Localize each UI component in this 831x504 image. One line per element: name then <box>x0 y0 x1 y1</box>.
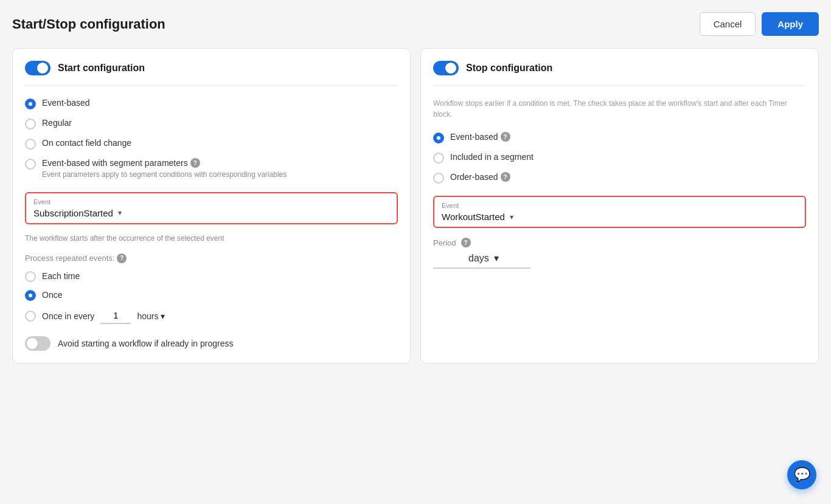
radio-event-segment-label: Event-based with segment parameters <box>42 158 188 168</box>
period-unit-chevron: ▾ <box>494 252 499 264</box>
stop-radio-segment-label: Included in a segment <box>450 152 534 162</box>
stop-event-label: Event <box>442 202 798 209</box>
stop-panel: Stop configuration Workflow stops earlie… <box>420 48 819 364</box>
avoid-toggle[interactable] <box>25 336 50 351</box>
page-header: Start/Stop configuration Cancel Apply <box>12 12 819 36</box>
avoid-toggle-thumb <box>27 338 38 349</box>
repeat-once[interactable]: Once <box>25 289 398 301</box>
radio-on-contact-circle <box>25 139 36 150</box>
stop-order-based-help-icon[interactable]: ? <box>501 172 510 182</box>
start-event-label: Event <box>33 198 389 205</box>
stop-radio-order-circle <box>433 173 444 184</box>
repeat-once-in-every: Once in every hours ▾ <box>25 308 398 324</box>
stop-radio-event-label: Event-based <box>450 132 498 142</box>
page-title: Start/Stop configuration <box>12 16 165 32</box>
stop-event-chevron: ▾ <box>510 213 513 221</box>
start-panel-header: Start configuration <box>25 61 398 86</box>
start-workflow-info: The workflow starts after the occurrence… <box>25 233 398 244</box>
stop-radio-included-segment[interactable]: Included in a segment <box>433 152 806 164</box>
period-unit-text: days <box>468 253 489 264</box>
stop-info-text: Workflow stops earlier if a condition is… <box>433 98 806 120</box>
stop-radio-segment-circle <box>433 153 444 164</box>
once-in-every-chevron: ▾ <box>161 311 165 321</box>
radio-event-based[interactable]: Event-based <box>25 98 398 109</box>
start-toggle-track <box>25 61 50 75</box>
radio-event-based-circle <box>25 98 36 109</box>
process-repeated-label: Process repeated events: ? <box>25 254 398 263</box>
stop-event-value-text: WorkoutStarted <box>442 212 505 222</box>
panels: Start configuration Event-based Regular … <box>12 48 819 364</box>
radio-event-segment[interactable]: Event-based with segment parameters ? Ev… <box>25 158 398 180</box>
period-section: Period ? days ▾ <box>433 238 806 269</box>
radio-regular-label: Regular <box>42 118 72 128</box>
start-event-chevron: ▾ <box>118 209 122 217</box>
repeat-once-in-every-label: Once in every <box>42 311 94 321</box>
header-buttons: Cancel Apply <box>700 12 819 36</box>
start-event-field[interactable]: Event SubscriptionStarted ▾ <box>25 192 398 224</box>
repeat-each-time[interactable]: Each time <box>25 271 398 282</box>
avoid-toggle-track <box>25 336 50 351</box>
start-toggle-thumb <box>37 63 48 74</box>
stop-event-based-help-icon[interactable]: ? <box>501 132 510 142</box>
radio-regular-circle <box>25 119 36 129</box>
start-radio-group: Event-based Regular On contact field cha… <box>25 98 398 180</box>
start-panel-title: Start configuration <box>58 63 145 74</box>
period-help-icon[interactable]: ? <box>461 238 471 247</box>
apply-button[interactable]: Apply <box>762 12 819 36</box>
period-select-row[interactable]: days ▾ <box>433 252 530 269</box>
once-in-every-unit-select[interactable]: hours ▾ <box>137 311 165 321</box>
chat-icon: 💬 <box>794 467 810 483</box>
stop-toggle-thumb <box>445 63 456 74</box>
radio-regular[interactable]: Regular <box>25 118 398 129</box>
repeat-each-time-circle <box>25 271 36 282</box>
radio-on-contact-label: On contact field change <box>42 138 131 148</box>
radio-event-segment-circle <box>25 159 36 170</box>
stop-radio-order-based[interactable]: Order-based ? <box>433 172 806 184</box>
repeat-once-in-every-circle[interactable] <box>25 311 36 322</box>
stop-radio-order-label: Order-based <box>450 172 498 182</box>
stop-panel-title: Stop configuration <box>466 63 552 74</box>
period-label: Period ? <box>433 238 806 247</box>
once-in-every-unit-text: hours <box>137 311 158 321</box>
start-event-value: SubscriptionStarted ▾ <box>33 208 389 218</box>
chat-bubble[interactable]: 💬 <box>787 460 816 489</box>
stop-radio-group: Event-based ? Included in a segment Orde… <box>433 132 806 184</box>
once-in-every-number-input[interactable] <box>100 308 131 324</box>
repeat-once-circle <box>25 290 36 301</box>
stop-event-field[interactable]: Event WorkoutStarted ▾ <box>433 196 806 228</box>
repeat-each-time-label: Each time <box>42 271 80 281</box>
stop-event-value: WorkoutStarted ▾ <box>442 212 798 222</box>
stop-toggle-track <box>433 61 459 75</box>
repeat-options: Each time Once Once in every hours ▾ <box>25 271 398 324</box>
stop-radio-event-circle <box>433 133 444 143</box>
radio-event-based-label: Event-based <box>42 98 90 108</box>
radio-on-contact[interactable]: On contact field change <box>25 138 398 150</box>
stop-radio-event-based[interactable]: Event-based ? <box>433 132 806 143</box>
process-repeated-help-icon[interactable]: ? <box>117 254 127 263</box>
stop-toggle[interactable] <box>433 61 459 75</box>
period-number-input[interactable] <box>433 254 464 263</box>
repeat-once-label: Once <box>42 290 62 300</box>
avoid-row: Avoid starting a workflow if already in … <box>25 336 398 351</box>
avoid-label: Avoid starting a workflow if already in … <box>58 339 233 348</box>
cancel-button[interactable]: Cancel <box>700 12 756 36</box>
event-segment-help-icon[interactable]: ? <box>190 158 200 168</box>
radio-event-segment-sublabel: Event parameters apply to segment condit… <box>42 170 287 180</box>
start-toggle[interactable] <box>25 61 50 75</box>
start-panel: Start configuration Event-based Regular … <box>12 48 411 364</box>
stop-panel-header: Stop configuration <box>433 61 806 86</box>
start-event-value-text: SubscriptionStarted <box>33 208 113 218</box>
